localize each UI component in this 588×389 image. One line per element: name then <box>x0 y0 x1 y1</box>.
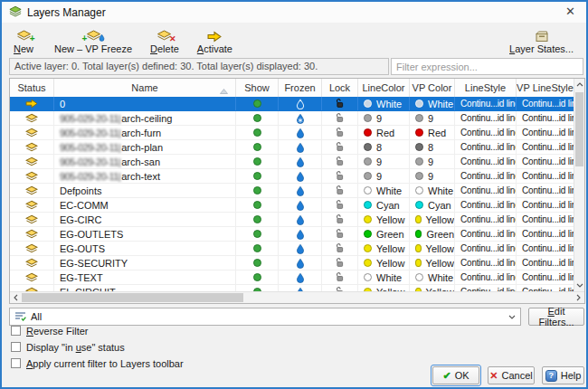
layer-states-button[interactable]: Layer States... <box>509 25 574 54</box>
vp-color-cell[interactable]: Cyan <box>410 198 455 212</box>
droplet-icon[interactable] <box>279 140 322 154</box>
line-color-cell[interactable]: White <box>358 184 410 197</box>
show-toggle-icon[interactable] <box>236 184 279 197</box>
column-header-vplinestyle[interactable]: VP LineStyle <box>517 79 574 97</box>
filter-expression-input[interactable] <box>391 58 583 75</box>
line-style-cell[interactable]: Continu...id line <box>455 198 517 212</box>
line-style-cell[interactable]: Continu...id line <box>455 126 517 139</box>
color-swatch-icon[interactable] <box>364 157 372 166</box>
layer-icon[interactable] <box>10 126 54 139</box>
vp-color-cell[interactable]: White <box>410 270 455 284</box>
show-toggle-icon[interactable] <box>236 97 279 110</box>
show-toggle-icon[interactable] <box>236 155 279 168</box>
droplet-icon[interactable] <box>279 256 322 270</box>
unlocked-icon[interactable] <box>322 140 358 154</box>
color-swatch-icon[interactable] <box>415 114 423 122</box>
line-style-cell[interactable]: Continu...id line <box>455 155 517 168</box>
line-style-cell[interactable]: Continu...id line <box>455 97 517 110</box>
vp-line-style-cell[interactable]: Continu...id line <box>517 126 574 139</box>
show-toggle-icon[interactable] <box>236 285 279 291</box>
layer-row[interactable]: DefpointsWhiteWhiteContinu...id lineCont… <box>10 184 574 198</box>
droplet-icon[interactable] <box>279 213 322 226</box>
layer-icon[interactable] <box>10 184 54 197</box>
color-swatch-icon[interactable] <box>415 128 423 137</box>
apply-filter-toolbar-checkbox[interactable]: Apply current filter to Layers toolbar <box>11 357 184 369</box>
delete-layer-button[interactable]: ✕ Delete <box>150 25 179 54</box>
vp-line-style-cell[interactable]: Continu...id line <box>517 227 574 241</box>
horizontal-scroll-thumb[interactable] <box>22 293 243 302</box>
layer-row[interactable]: EL-CIRCUITYellowYellowContinu...id lineC… <box>10 285 574 291</box>
line-style-cell[interactable]: Continu...id line <box>455 242 517 255</box>
layer-filter-combobox[interactable]: All <box>9 308 521 326</box>
vp-color-cell[interactable]: 9 <box>410 111 455 125</box>
droplet-icon[interactable] <box>279 184 322 197</box>
show-toggle-icon[interactable] <box>236 111 279 125</box>
vp-color-cell[interactable]: Yellow <box>410 213 455 226</box>
line-color-cell[interactable]: 9 <box>358 155 410 168</box>
color-swatch-icon[interactable] <box>364 143 372 151</box>
unlocked-icon[interactable] <box>322 126 358 139</box>
layer-row[interactable]: EG-CIRCYellowYellowContinu...id lineCont… <box>10 213 574 227</box>
unlocked-icon[interactable] <box>322 285 358 291</box>
color-swatch-icon[interactable] <box>415 273 423 281</box>
layer-row[interactable]: 0WhiteWhiteContinu...id lineContinu...id… <box>10 97 574 111</box>
vp-line-style-cell[interactable]: Continu...id line <box>517 285 574 291</box>
new-vp-freeze-button[interactable]: + New – VP Freeze <box>54 25 132 54</box>
vp-line-style-cell[interactable]: Continu...id line <box>517 184 574 197</box>
color-swatch-icon[interactable] <box>415 201 423 209</box>
show-toggle-icon[interactable] <box>236 256 279 270</box>
vp-line-style-cell[interactable]: Continu...id line <box>517 97 574 110</box>
color-swatch-icon[interactable] <box>415 157 423 166</box>
layer-icon[interactable] <box>10 213 54 226</box>
column-header-show[interactable]: Show <box>236 79 279 97</box>
line-color-cell[interactable]: Red <box>358 126 410 139</box>
vp-color-cell[interactable]: Green <box>410 227 455 241</box>
line-color-cell[interactable]: Yellow <box>358 285 410 291</box>
droplet-icon[interactable] <box>279 198 322 212</box>
layer-row[interactable]: EG-OUTSYellowYellowContinu...id lineCont… <box>10 242 574 256</box>
reverse-filter-checkbox[interactable]: Reverse Filter <box>11 325 88 337</box>
line-style-cell[interactable]: Continu...id line <box>455 111 517 125</box>
droplet-icon[interactable] <box>279 227 322 241</box>
vp-color-cell[interactable]: Yellow <box>410 242 455 255</box>
droplet-icon[interactable] <box>279 169 322 183</box>
color-swatch-icon[interactable] <box>415 215 422 223</box>
line-color-cell[interactable]: 9 <box>358 169 410 183</box>
layer-row[interactable]: EG-OUTLETSGreenGreenContinu...id lineCon… <box>10 227 574 242</box>
checkbox-box[interactable] <box>11 326 21 336</box>
vp-line-style-cell[interactable]: Continu...id line <box>517 256 574 270</box>
vp-color-cell[interactable]: 8 <box>410 140 455 154</box>
layer-row[interactable]: 905-029-20-11|arch-san99Continu...id lin… <box>10 155 574 169</box>
line-color-cell[interactable]: Green <box>358 227 410 241</box>
show-toggle-icon[interactable] <box>236 198 279 212</box>
color-swatch-icon[interactable] <box>364 114 372 122</box>
layer-icon[interactable] <box>10 227 54 241</box>
line-style-cell[interactable]: Continu...id line <box>455 184 517 197</box>
line-color-cell[interactable]: Cyan <box>358 198 410 212</box>
line-color-cell[interactable]: Yellow <box>358 242 410 255</box>
unlocked-icon[interactable] <box>322 213 358 226</box>
show-toggle-icon[interactable] <box>236 242 279 255</box>
color-swatch-icon[interactable] <box>415 100 423 108</box>
droplet-icon[interactable] <box>279 126 322 139</box>
layer-icon[interactable] <box>10 285 54 291</box>
layer-icon[interactable] <box>10 242 54 255</box>
color-swatch-icon[interactable] <box>415 259 422 267</box>
vp-line-style-cell[interactable]: Continu...id line <box>517 140 574 154</box>
layer-icon[interactable] <box>10 111 54 125</box>
line-style-cell[interactable]: Continu...id line <box>455 285 517 291</box>
color-swatch-icon[interactable] <box>364 244 372 252</box>
column-header-linestyle[interactable]: LineStyle <box>455 79 517 97</box>
chevron-down-icon[interactable] <box>506 311 517 323</box>
column-header-frozen[interactable]: Frozen <box>279 79 322 97</box>
layer-icon[interactable] <box>10 256 54 270</box>
vp-color-cell[interactable]: 9 <box>410 169 455 183</box>
layer-row[interactable]: EG-TEXTWhiteWhiteContinu...id lineContin… <box>10 270 574 285</box>
color-swatch-icon[interactable] <box>364 215 372 223</box>
droplet-icon[interactable] <box>279 242 322 255</box>
line-color-cell[interactable]: 9 <box>358 111 410 125</box>
unlocked-icon[interactable] <box>322 270 358 284</box>
line-style-cell[interactable]: Continu...id line <box>455 140 517 154</box>
line-style-cell[interactable]: Continu...id line <box>455 270 517 284</box>
current-layer-arrow-icon[interactable] <box>10 97 54 110</box>
